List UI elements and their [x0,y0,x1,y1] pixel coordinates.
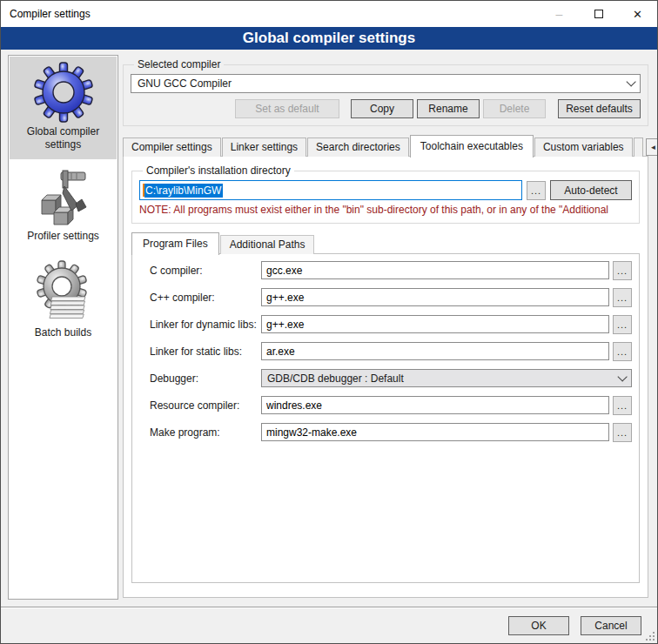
tab-linker-settings[interactable]: Linker settings [222,138,306,157]
debugger-select-value: GDB/CDB debugger : Default [267,372,617,385]
toolchain-executables-panel: Compiler's installation directory C:\ray… [123,156,648,598]
maximize-icon [594,10,603,18]
tab-program-files[interactable]: Program Files [131,232,219,255]
linker-static-row: Linker for static libs: ... [150,342,632,360]
installation-directory-value: C:\raylib\MinGW [144,184,223,198]
global-compiler-settings-gear-icon [33,61,94,124]
rename-button[interactable]: Rename [417,99,480,118]
selected-compiler-group: Selected compiler GNU GCC Compiler Set a… [123,58,648,126]
resize-grip[interactable] [646,632,655,641]
cpp-compiler-row: C++ compiler: ... [150,288,632,306]
make-program-input[interactable] [261,423,609,441]
auto-detect-button[interactable]: Auto-detect [550,180,632,200]
dialog-footer: OK Cancel [1,607,657,643]
resource-compiler-row: Resource compiler: ... [150,396,632,414]
sidebar-item-label: Batch builds [11,326,115,339]
c-compiler-browse-button[interactable]: ... [613,261,632,280]
tab-compiler-settings[interactable]: Compiler settings [123,138,221,157]
linker-dynamic-input[interactable] [261,315,609,333]
debugger-row: Debugger: GDB/CDB debugger : Default [150,369,632,387]
linker-static-input[interactable] [261,342,609,360]
ok-button[interactable]: OK [508,616,569,635]
c-compiler-row: C compiler: ... [150,261,632,279]
titlebar: Compiler settings – ✕ [1,1,657,27]
resource-compiler-input[interactable] [261,396,609,414]
make-program-browse-button[interactable]: ... [613,423,632,442]
maximize-button[interactable] [579,1,618,27]
linker-dynamic-row: Linker for dynamic libs: ... [150,315,632,333]
sidebar-item-global-compiler-settings[interactable]: Global compiler settings [10,57,117,159]
linker-dynamic-label: Linker for dynamic libs: [150,319,261,331]
settings-sidebar: Global compiler settings [8,55,118,600]
set-as-default-button[interactable]: Set as default [235,99,339,118]
sidebar-item-profiler-settings[interactable]: Profiler settings [10,164,117,251]
chevron-down-icon [626,77,635,86]
cancel-button[interactable]: Cancel [581,616,641,635]
browse-directory-button[interactable]: ... [527,181,546,200]
resource-compiler-label: Resource compiler: [150,399,261,412]
tab-additional-paths[interactable]: Additional Paths [220,235,315,254]
settings-tab-bar: Compiler settings Linker settings Search… [123,134,648,157]
installation-directory-group: Compiler's installation directory C:\ray… [131,164,640,224]
tab-toolchain-executables[interactable]: Toolchain executables [410,135,534,158]
bin-subdirectory-note: NOTE: All programs must exist either in … [139,204,632,216]
tab-search-directories[interactable]: Search directories [307,138,409,157]
tab-build-options[interactable]: Build options [634,138,643,157]
program-files-tab-bar: Program Files Additional Paths [131,231,640,254]
linker-dynamic-browse-button[interactable]: ... [613,315,632,334]
cpp-compiler-label: C++ compiler: [150,292,261,304]
batch-builds-gear-stack-icon [33,260,94,325]
compiler-buttons-row: Set as default Copy Rename Delete Reset … [131,99,641,118]
selected-compiler-group-label: Selected compiler [134,58,224,70]
profiler-caliper-icon [33,169,94,228]
scroll-left-icon: ◄ [650,144,657,151]
page-title: Global compiler settings [1,27,657,50]
close-button[interactable]: ✕ [618,1,657,27]
program-files-panel: C compiler: ... C++ compiler: ... Linker… [131,253,640,583]
sidebar-item-label: Profiler settings [11,230,115,243]
tab-scroll-buttons: ◄ ► [646,138,658,156]
cpp-compiler-input[interactable] [261,288,609,306]
linker-static-label: Linker for static libs: [150,345,261,358]
compiler-select[interactable]: GNU GCC Compiler [131,74,641,93]
close-icon: ✕ [633,8,642,21]
compiler-settings-window: Compiler settings – ✕ Global compiler se… [0,0,658,644]
tab-custom-variables[interactable]: Custom variables [534,138,633,157]
debugger-select[interactable]: GDB/CDB debugger : Default [261,369,632,387]
chevron-down-icon [617,372,627,381]
main-panel: Selected compiler GNU GCC Compiler Set a… [123,53,648,598]
make-program-label: Make program: [150,426,261,439]
c-compiler-label: C compiler: [150,265,261,277]
linker-static-browse-button[interactable]: ... [613,342,632,361]
sidebar-item-label: Global compiler settings [11,125,115,151]
c-compiler-input[interactable] [261,261,609,279]
tab-scroll-left-button[interactable]: ◄ [646,138,658,156]
debugger-label: Debugger: [150,372,261,385]
delete-button[interactable]: Delete [483,99,546,118]
minimize-icon: – [556,10,563,18]
minimize-button[interactable]: – [540,1,579,27]
installation-directory-row: C:\raylib\MinGW ... Auto-detect [139,180,632,200]
titlebar-buttons: – ✕ [540,1,657,27]
make-program-row: Make program: ... [150,423,632,441]
compiler-select-value: GNU GCC Compiler [138,77,626,90]
sidebar-item-batch-builds[interactable]: Batch builds [10,256,117,347]
reset-defaults-button[interactable]: Reset defaults [558,99,641,118]
copy-button[interactable]: Copy [351,99,413,118]
installation-directory-input[interactable]: C:\raylib\MinGW [139,180,522,200]
installation-directory-group-label: Compiler's installation directory [143,164,294,177]
window-title: Compiler settings [1,8,91,20]
resource-compiler-browse-button[interactable]: ... [613,396,632,415]
cpp-compiler-browse-button[interactable]: ... [613,288,632,307]
